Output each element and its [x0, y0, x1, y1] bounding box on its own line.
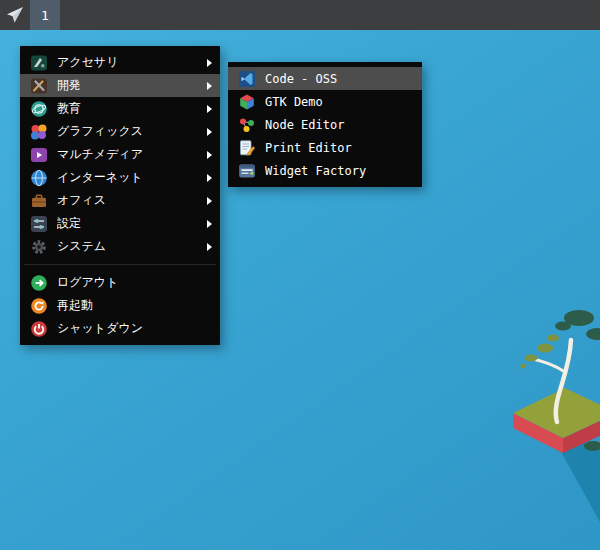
- menu-item-system[interactable]: システム: [20, 235, 220, 258]
- menu-item-label: Widget Factory: [265, 164, 414, 178]
- menu-item-label: 設定: [57, 215, 198, 232]
- menu-item-label: ログアウト: [57, 274, 212, 291]
- menu-item-label: マルチメディア: [57, 146, 198, 163]
- submenu-arrow-icon: [207, 105, 212, 113]
- menu-item-shutdown[interactable]: シャットダウン: [20, 317, 220, 340]
- menu-item-label: GTK Demo: [265, 95, 414, 109]
- menu-item-education[interactable]: 教育: [20, 97, 220, 120]
- desktop-illustration: [465, 300, 600, 550]
- submenu-arrow-icon: [207, 174, 212, 182]
- menu-item-accessories[interactable]: アクセサリ: [20, 51, 220, 74]
- menu-item-label: アクセサリ: [57, 54, 198, 71]
- settings-icon: [30, 215, 48, 233]
- menu-item-label: オフィス: [57, 192, 198, 209]
- menu-item-label: Print Editor: [265, 141, 414, 155]
- menu-item-settings[interactable]: 設定: [20, 212, 220, 235]
- menu-item-label: 開発: [57, 77, 198, 94]
- office-icon: [30, 192, 48, 210]
- submenu-item-widget-factory[interactable]: Widget Factory: [228, 159, 422, 182]
- menu-item-label: システム: [57, 238, 198, 255]
- submenu-arrow-icon: [207, 220, 212, 228]
- menu-item-label: Code - OSS: [265, 72, 414, 86]
- gtk-demo-icon: [238, 93, 256, 111]
- submenu-arrow-icon: [207, 59, 212, 67]
- menu-item-label: 教育: [57, 100, 198, 117]
- menu-item-label: 再起動: [57, 297, 212, 314]
- workspace-indicator[interactable]: 1: [30, 0, 60, 30]
- submenu-arrow-icon: [207, 128, 212, 136]
- menu-item-multimedia[interactable]: マルチメディア: [20, 143, 220, 166]
- shutdown-icon: [30, 320, 48, 338]
- multimedia-icon: [30, 146, 48, 164]
- restart-icon: [30, 297, 48, 315]
- menu-item-office[interactable]: オフィス: [20, 189, 220, 212]
- education-icon: [30, 100, 48, 118]
- menu-item-graphics[interactable]: グラフィックス: [20, 120, 220, 143]
- menu-item-logout[interactable]: ログアウト: [20, 271, 220, 294]
- submenu-arrow-icon: [207, 151, 212, 159]
- submenu-arrow-icon: [207, 82, 212, 90]
- internet-icon: [30, 169, 48, 187]
- desktop[interactable]: 1 アクセサリ 開発: [0, 0, 600, 550]
- menu-item-label: インターネット: [57, 169, 198, 186]
- menu-item-label: グラフィックス: [57, 123, 198, 140]
- submenu-item-code-oss[interactable]: Code - OSS: [228, 67, 422, 90]
- submenu-item-print-editor[interactable]: Print Editor: [228, 136, 422, 159]
- submenu-item-node-editor[interactable]: Node Editor: [228, 113, 422, 136]
- logout-icon: [30, 274, 48, 292]
- menu-item-development[interactable]: 開発: [20, 74, 220, 97]
- development-submenu: Code - OSS GTK Demo: [228, 62, 422, 187]
- submenu-item-gtk-demo[interactable]: GTK Demo: [228, 90, 422, 113]
- top-panel: 1: [0, 0, 600, 30]
- applications-menu: アクセサリ 開発 教育: [20, 46, 220, 345]
- menu-item-restart[interactable]: 再起動: [20, 294, 220, 317]
- menu-separator: [24, 264, 216, 265]
- menu-item-internet[interactable]: インターネット: [20, 166, 220, 189]
- code-oss-icon: [238, 70, 256, 88]
- widget-factory-icon: [238, 162, 256, 180]
- submenu-arrow-icon: [207, 197, 212, 205]
- accessories-icon: [30, 54, 48, 72]
- paper-plane-icon: [4, 4, 26, 26]
- menu-item-label: シャットダウン: [57, 320, 212, 337]
- node-editor-icon: [238, 116, 256, 134]
- launcher-button[interactable]: [0, 0, 30, 30]
- development-icon: [30, 77, 48, 95]
- menu-item-label: Node Editor: [265, 118, 414, 132]
- print-editor-icon: [238, 139, 256, 157]
- system-icon: [30, 238, 48, 256]
- submenu-arrow-icon: [207, 243, 212, 251]
- graphics-icon: [30, 123, 48, 141]
